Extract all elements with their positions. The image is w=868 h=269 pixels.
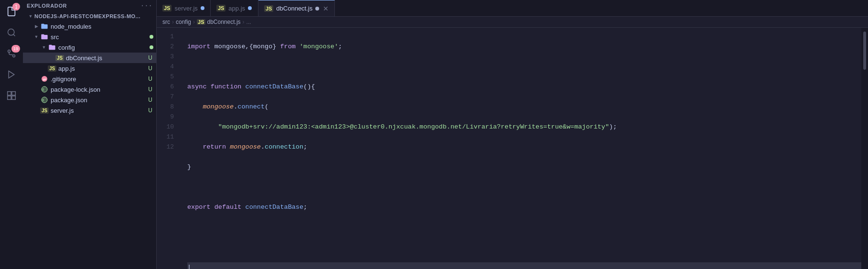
breadcrumb-sep-3: ›: [243, 19, 245, 25]
tab-server-js[interactable]: JS server.js: [157, 0, 211, 16]
breadcrumb-js-icon: JS: [197, 19, 205, 25]
config-modified-dot: [150, 45, 153, 49]
node-modules-label: node_modules: [51, 23, 156, 30]
sidebar-item-gitignore[interactable]: ▶ git .gitignore U: [23, 74, 156, 84]
svg-point-2: [8, 50, 11, 53]
svg-text:git: git: [43, 78, 46, 81]
sidebar-item-package-lock[interactable]: ▶ {} package-lock.json U: [23, 84, 156, 95]
sidebar-item-config[interactable]: ▼ config: [23, 42, 156, 53]
server-label: server.js: [51, 107, 148, 114]
root-collapse-icon: ▼: [27, 12, 34, 20]
sidebar-item-src[interactable]: ▼ src: [23, 32, 156, 42]
config-label: config: [58, 44, 150, 51]
server-tab-label: server.js: [174, 5, 197, 12]
scrollbar-track[interactable]: [861, 28, 868, 269]
svg-text:{}: {}: [42, 88, 44, 91]
svg-point-0: [8, 29, 14, 35]
code-line-11: [187, 242, 861, 252]
code-line-2: [187, 62, 861, 72]
server-badge: U: [148, 107, 152, 114]
svg-line-1: [13, 34, 15, 36]
config-folder-icon: [48, 43, 56, 52]
code-line-4: mongoose.connect(: [187, 102, 861, 112]
extensions-icon[interactable]: [2, 86, 21, 105]
package-json-icon: {}: [40, 96, 49, 104]
src-label: src: [51, 33, 150, 41]
gitignore-icon: git: [40, 75, 49, 83]
dbconnect-tab-modified-dot: [315, 7, 319, 11]
scrollbar-thumb[interactable]: [863, 32, 866, 70]
svg-rect-7: [12, 96, 16, 100]
package-json-badge: U: [148, 97, 152, 103]
tab-dbconnect-js[interactable]: JS dbConnect.js ✕: [258, 0, 335, 16]
project-root[interactable]: ▼ NODEJS-API-RESTCOMEXPRESS-MO...: [23, 11, 156, 21]
code-line-7: }: [187, 162, 861, 172]
files-icon[interactable]: 1: [2, 2, 21, 21]
source-control-badge: 19: [11, 45, 20, 53]
server-js-icon: JS: [40, 106, 49, 115]
svg-rect-5: [8, 92, 11, 96]
code-content[interactable]: import mongoose,{mongo} from 'mongoose';…: [180, 28, 861, 269]
breadcrumb-src[interactable]: src: [162, 19, 170, 25]
server-tab-modified-dot: [201, 6, 204, 10]
breadcrumb-dbconnect[interactable]: dbConnect.js: [207, 19, 241, 25]
gitignore-badge: U: [148, 75, 152, 82]
project-name: NODEJS-API-RESTCOMEXPRESS-MO...: [34, 13, 156, 19]
app-tab-label: app.js: [228, 5, 245, 12]
code-line-10: [187, 222, 861, 232]
src-collapse-icon: ▼: [32, 33, 40, 41]
search-icon[interactable]: [2, 23, 21, 42]
gitignore-label: .gitignore: [51, 75, 148, 83]
breadcrumb-sep-2: ›: [193, 19, 195, 25]
code-editor[interactable]: 1 2 3 4 5 6 7 8 9 10 11 12 import mongoo…: [157, 28, 868, 269]
sidebar: EXPLORADOR ··· ▼ NODEJS-API-RESTCOMEXPRE…: [23, 0, 157, 269]
sidebar-item-dbconnect[interactable]: ▶ JS dbConnect.js U: [23, 53, 156, 63]
code-line-6: return mongoose.connection;: [187, 142, 861, 152]
breadcrumb-config[interactable]: config: [176, 19, 191, 25]
src-folder-icon: [40, 32, 49, 41]
app-label: app.js: [58, 65, 148, 72]
sidebar-title: EXPLORADOR: [27, 3, 67, 9]
code-line-9: export default connectDataBase;: [187, 202, 861, 212]
code-line-1: import mongoose,{mongo} from 'mongoose';: [187, 42, 861, 52]
sidebar-menu-icon[interactable]: ···: [140, 2, 152, 10]
dbconnect-tab-close-icon[interactable]: ✕: [323, 5, 329, 12]
src-modified-dot: [150, 35, 153, 39]
tab-bar: JS server.js JS app.js JS dbConnect.js ✕: [157, 0, 868, 17]
app-tab-modified-dot: [248, 6, 252, 10]
package-lock-badge: U: [148, 86, 152, 93]
package-lock-label: package-lock.json: [51, 86, 148, 93]
svg-rect-6: [12, 92, 16, 96]
sidebar-item-package-json[interactable]: ▶ {} package.json U: [23, 95, 156, 105]
dbconnect-tab-label: dbConnect.js: [276, 5, 312, 12]
code-line-5: "mongodb+srv://admin123:<admin123>@clust…: [187, 122, 861, 132]
code-line-8: [187, 182, 861, 192]
activity-bar: 1 19: [0, 0, 23, 269]
breadcrumb: src › config › JS dbConnect.js › ...: [157, 17, 868, 28]
tab-app-js[interactable]: JS app.js: [211, 0, 258, 16]
editor-area: JS server.js JS app.js JS dbConnect.js ✕…: [157, 0, 868, 269]
code-line-12: |: [187, 262, 861, 269]
package-json-label: package.json: [51, 97, 148, 104]
package-lock-icon: {}: [40, 85, 49, 94]
breadcrumb-ellipsis: ...: [246, 19, 251, 25]
svg-point-3: [13, 55, 15, 57]
source-control-icon[interactable]: 19: [2, 44, 21, 63]
sidebar-title-bar: EXPLORADOR ···: [23, 0, 156, 11]
app-badge: U: [148, 65, 152, 72]
line-numbers: 1 2 3 4 5 6 7 8 9 10 11 12: [157, 28, 180, 269]
sidebar-item-server[interactable]: ▶ JS server.js U: [23, 105, 156, 116]
server-tab-js-icon: JS: [162, 5, 171, 11]
run-icon[interactable]: [2, 65, 21, 84]
dbconnect-js-icon: JS: [55, 54, 64, 62]
dbconnect-label: dbConnect.js: [66, 54, 148, 62]
svg-text:{}: {}: [42, 99, 44, 101]
svg-rect-8: [8, 96, 11, 100]
sidebar-item-app[interactable]: ▶ JS app.js U: [23, 63, 156, 74]
dbconnect-badge: U: [148, 54, 152, 61]
svg-marker-4: [9, 71, 14, 78]
code-line-3: async function connectDataBase(){: [187, 82, 861, 92]
sidebar-item-node-modules[interactable]: ▶ node_modules: [23, 21, 156, 32]
folder-icon: [40, 22, 49, 31]
config-collapse-icon: ▼: [40, 43, 48, 51]
